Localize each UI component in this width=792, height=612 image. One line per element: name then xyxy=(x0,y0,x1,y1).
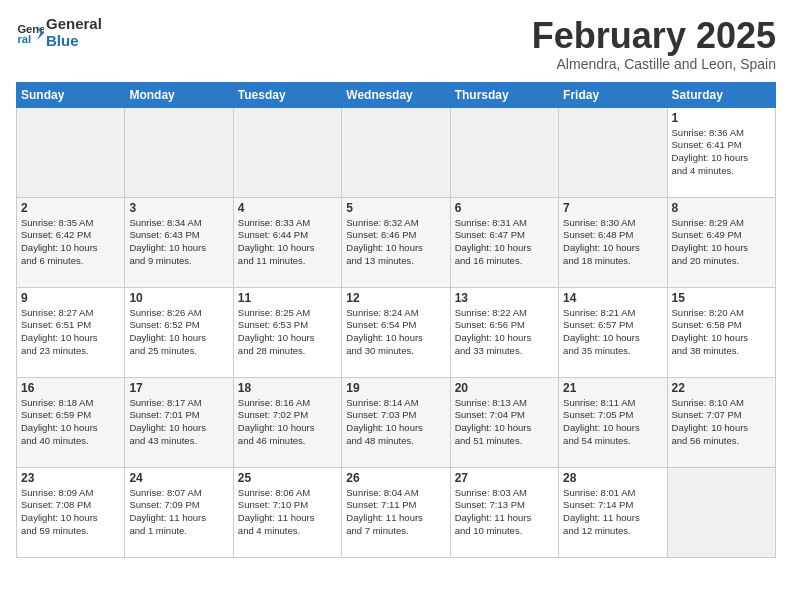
day-number: 28 xyxy=(563,471,662,485)
calendar-cell: 6Sunrise: 8:31 AM Sunset: 6:47 PM Daylig… xyxy=(450,197,558,287)
calendar-cell: 8Sunrise: 8:29 AM Sunset: 6:49 PM Daylig… xyxy=(667,197,775,287)
day-info: Sunrise: 8:17 AM Sunset: 7:01 PM Dayligh… xyxy=(129,397,228,448)
calendar-cell: 19Sunrise: 8:14 AM Sunset: 7:03 PM Dayli… xyxy=(342,377,450,467)
calendar-cell: 12Sunrise: 8:24 AM Sunset: 6:54 PM Dayli… xyxy=(342,287,450,377)
calendar-cell: 4Sunrise: 8:33 AM Sunset: 6:44 PM Daylig… xyxy=(233,197,341,287)
day-number: 15 xyxy=(672,291,771,305)
day-info: Sunrise: 8:27 AM Sunset: 6:51 PM Dayligh… xyxy=(21,307,120,358)
day-number: 9 xyxy=(21,291,120,305)
calendar-header-cell: Sunday xyxy=(17,82,125,107)
calendar-cell xyxy=(667,467,775,557)
day-number: 17 xyxy=(129,381,228,395)
calendar-cell: 9Sunrise: 8:27 AM Sunset: 6:51 PM Daylig… xyxy=(17,287,125,377)
day-number: 7 xyxy=(563,201,662,215)
location-subtitle: Almendra, Castille and Leon, Spain xyxy=(532,56,776,72)
day-number: 24 xyxy=(129,471,228,485)
day-number: 10 xyxy=(129,291,228,305)
calendar-cell: 20Sunrise: 8:13 AM Sunset: 7:04 PM Dayli… xyxy=(450,377,558,467)
calendar-cell xyxy=(342,107,450,197)
calendar-cell: 2Sunrise: 8:35 AM Sunset: 6:42 PM Daylig… xyxy=(17,197,125,287)
calendar-cell: 17Sunrise: 8:17 AM Sunset: 7:01 PM Dayli… xyxy=(125,377,233,467)
logo-icon: Gene ral xyxy=(16,19,44,47)
day-info: Sunrise: 8:03 AM Sunset: 7:13 PM Dayligh… xyxy=(455,487,554,538)
day-number: 8 xyxy=(672,201,771,215)
day-info: Sunrise: 8:04 AM Sunset: 7:11 PM Dayligh… xyxy=(346,487,445,538)
calendar-table: SundayMondayTuesdayWednesdayThursdayFrid… xyxy=(16,82,776,558)
day-info: Sunrise: 8:30 AM Sunset: 6:48 PM Dayligh… xyxy=(563,217,662,268)
day-number: 11 xyxy=(238,291,337,305)
month-title: February 2025 xyxy=(532,16,776,56)
calendar-cell xyxy=(450,107,558,197)
day-number: 12 xyxy=(346,291,445,305)
day-number: 14 xyxy=(563,291,662,305)
day-info: Sunrise: 8:32 AM Sunset: 6:46 PM Dayligh… xyxy=(346,217,445,268)
day-number: 25 xyxy=(238,471,337,485)
day-info: Sunrise: 8:26 AM Sunset: 6:52 PM Dayligh… xyxy=(129,307,228,358)
calendar-cell: 16Sunrise: 8:18 AM Sunset: 6:59 PM Dayli… xyxy=(17,377,125,467)
day-number: 4 xyxy=(238,201,337,215)
calendar-cell: 25Sunrise: 8:06 AM Sunset: 7:10 PM Dayli… xyxy=(233,467,341,557)
day-number: 2 xyxy=(21,201,120,215)
day-info: Sunrise: 8:18 AM Sunset: 6:59 PM Dayligh… xyxy=(21,397,120,448)
day-info: Sunrise: 8:09 AM Sunset: 7:08 PM Dayligh… xyxy=(21,487,120,538)
day-number: 23 xyxy=(21,471,120,485)
day-number: 16 xyxy=(21,381,120,395)
calendar-cell: 28Sunrise: 8:01 AM Sunset: 7:14 PM Dayli… xyxy=(559,467,667,557)
calendar-cell: 10Sunrise: 8:26 AM Sunset: 6:52 PM Dayli… xyxy=(125,287,233,377)
day-info: Sunrise: 8:07 AM Sunset: 7:09 PM Dayligh… xyxy=(129,487,228,538)
day-number: 5 xyxy=(346,201,445,215)
calendar-cell xyxy=(233,107,341,197)
calendar-header-cell: Wednesday xyxy=(342,82,450,107)
svg-text:ral: ral xyxy=(17,32,31,44)
calendar-cell: 18Sunrise: 8:16 AM Sunset: 7:02 PM Dayli… xyxy=(233,377,341,467)
day-info: Sunrise: 8:33 AM Sunset: 6:44 PM Dayligh… xyxy=(238,217,337,268)
title-block: February 2025 Almendra, Castille and Leo… xyxy=(532,16,776,72)
logo: Gene ral General Blue xyxy=(16,16,102,49)
calendar-cell: 3Sunrise: 8:34 AM Sunset: 6:43 PM Daylig… xyxy=(125,197,233,287)
calendar-cell: 11Sunrise: 8:25 AM Sunset: 6:53 PM Dayli… xyxy=(233,287,341,377)
day-info: Sunrise: 8:25 AM Sunset: 6:53 PM Dayligh… xyxy=(238,307,337,358)
day-number: 1 xyxy=(672,111,771,125)
calendar-cell: 5Sunrise: 8:32 AM Sunset: 6:46 PM Daylig… xyxy=(342,197,450,287)
calendar-body: 1Sunrise: 8:36 AM Sunset: 6:41 PM Daylig… xyxy=(17,107,776,557)
calendar-cell: 13Sunrise: 8:22 AM Sunset: 6:56 PM Dayli… xyxy=(450,287,558,377)
day-number: 22 xyxy=(672,381,771,395)
logo-text-line2: Blue xyxy=(46,33,102,50)
calendar-header-cell: Thursday xyxy=(450,82,558,107)
calendar-cell: 22Sunrise: 8:10 AM Sunset: 7:07 PM Dayli… xyxy=(667,377,775,467)
day-info: Sunrise: 8:24 AM Sunset: 6:54 PM Dayligh… xyxy=(346,307,445,358)
day-info: Sunrise: 8:11 AM Sunset: 7:05 PM Dayligh… xyxy=(563,397,662,448)
day-number: 21 xyxy=(563,381,662,395)
day-info: Sunrise: 8:34 AM Sunset: 6:43 PM Dayligh… xyxy=(129,217,228,268)
day-info: Sunrise: 8:14 AM Sunset: 7:03 PM Dayligh… xyxy=(346,397,445,448)
calendar-cell: 1Sunrise: 8:36 AM Sunset: 6:41 PM Daylig… xyxy=(667,107,775,197)
day-info: Sunrise: 8:13 AM Sunset: 7:04 PM Dayligh… xyxy=(455,397,554,448)
day-number: 20 xyxy=(455,381,554,395)
day-number: 27 xyxy=(455,471,554,485)
calendar-cell xyxy=(559,107,667,197)
calendar-week-row: 9Sunrise: 8:27 AM Sunset: 6:51 PM Daylig… xyxy=(17,287,776,377)
day-info: Sunrise: 8:20 AM Sunset: 6:58 PM Dayligh… xyxy=(672,307,771,358)
calendar-week-row: 16Sunrise: 8:18 AM Sunset: 6:59 PM Dayli… xyxy=(17,377,776,467)
day-info: Sunrise: 8:35 AM Sunset: 6:42 PM Dayligh… xyxy=(21,217,120,268)
day-info: Sunrise: 8:21 AM Sunset: 6:57 PM Dayligh… xyxy=(563,307,662,358)
day-info: Sunrise: 8:10 AM Sunset: 7:07 PM Dayligh… xyxy=(672,397,771,448)
day-info: Sunrise: 8:29 AM Sunset: 6:49 PM Dayligh… xyxy=(672,217,771,268)
calendar-cell xyxy=(17,107,125,197)
calendar-week-row: 2Sunrise: 8:35 AM Sunset: 6:42 PM Daylig… xyxy=(17,197,776,287)
day-info: Sunrise: 8:06 AM Sunset: 7:10 PM Dayligh… xyxy=(238,487,337,538)
day-number: 19 xyxy=(346,381,445,395)
day-number: 26 xyxy=(346,471,445,485)
logo-text-line1: General xyxy=(46,16,102,33)
calendar-cell: 27Sunrise: 8:03 AM Sunset: 7:13 PM Dayli… xyxy=(450,467,558,557)
calendar-cell xyxy=(125,107,233,197)
day-info: Sunrise: 8:36 AM Sunset: 6:41 PM Dayligh… xyxy=(672,127,771,178)
calendar-header-row: SundayMondayTuesdayWednesdayThursdayFrid… xyxy=(17,82,776,107)
calendar-header-cell: Tuesday xyxy=(233,82,341,107)
calendar-cell: 14Sunrise: 8:21 AM Sunset: 6:57 PM Dayli… xyxy=(559,287,667,377)
calendar-header-cell: Friday xyxy=(559,82,667,107)
day-number: 6 xyxy=(455,201,554,215)
calendar-cell: 26Sunrise: 8:04 AM Sunset: 7:11 PM Dayli… xyxy=(342,467,450,557)
day-number: 3 xyxy=(129,201,228,215)
day-info: Sunrise: 8:16 AM Sunset: 7:02 PM Dayligh… xyxy=(238,397,337,448)
